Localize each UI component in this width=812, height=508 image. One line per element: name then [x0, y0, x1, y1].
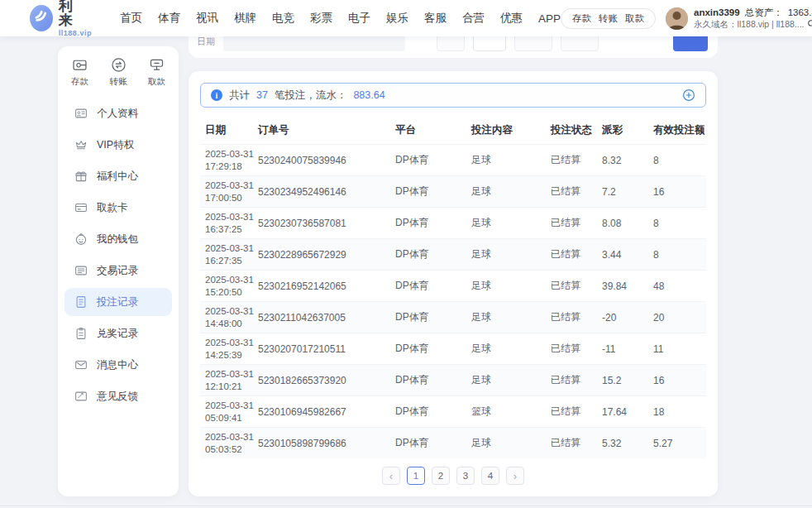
nav-item-slots[interactable]: 电子: [348, 11, 370, 26]
sidebar-item-wallet[interactable]: 我的钱包: [64, 225, 172, 253]
pill-transfer-link[interactable]: 转账: [599, 12, 618, 25]
sidebar-item-transactions[interactable]: 交易记录: [64, 256, 172, 285]
cell-status: 已结算: [551, 153, 602, 167]
cell-valid: 16: [653, 186, 706, 198]
sidebar-item-vip[interactable]: VIP特权: [64, 131, 172, 159]
nav-item-app[interactable]: APP: [538, 12, 561, 25]
cell-content: 足球: [471, 216, 551, 230]
cell-platform: DP体育: [395, 436, 471, 450]
username: anxin3399: [694, 7, 740, 18]
sidebar-item-label: 交易记录: [97, 264, 138, 278]
sidebar-item-feedback[interactable]: 意见反馈: [64, 382, 172, 410]
quick-action-withdraw[interactable]: 取款: [148, 56, 165, 88]
nav-item-promo[interactable]: 优惠: [500, 11, 523, 26]
nav-item-chess[interactable]: 棋牌: [234, 11, 256, 26]
sidebar-item-profile[interactable]: 个人资料: [64, 99, 172, 127]
search-icon[interactable]: [807, 19, 812, 29]
page-button-4[interactable]: 4: [481, 467, 499, 485]
col-platform: 平台: [395, 123, 471, 137]
cell-platform: DP体育: [395, 310, 471, 324]
sidebar-item-bet-records[interactable]: 投注记录: [64, 288, 172, 316]
quick-action-label: 转账: [110, 76, 127, 88]
sidebar-item-withdraw-card[interactable]: 取款卡: [64, 194, 172, 222]
deposit-icon: [71, 56, 88, 74]
cell-platform: DP体育: [395, 185, 471, 199]
nav-item-live-video[interactable]: 视讯: [196, 11, 218, 26]
circle-plus-icon[interactable]: [682, 89, 695, 102]
permanent-domain-line: 永久域名：ll188.vip | ll188....: [694, 19, 804, 30]
cell-order: 5230240075839946: [258, 155, 395, 166]
nav-item-entertainment[interactable]: 娱乐: [386, 11, 408, 26]
sidebar-item-welfare[interactable]: 福利中心: [64, 162, 172, 190]
next-page-button[interactable]: ›: [506, 467, 524, 485]
table-row: 2025-03-3112:10:21 5230182665373920 DP体育…: [200, 364, 706, 395]
cell-payout: 8.08: [602, 218, 653, 229]
cell-payout: 8.32: [602, 155, 653, 166]
sidebar-item-label: 消息中心: [97, 358, 138, 372]
sidebar-item-label: VIP特权: [97, 138, 134, 152]
page-button-2[interactable]: 2: [432, 467, 450, 485]
cell-payout: 7.2: [602, 186, 653, 198]
cell-content: 足球: [471, 342, 551, 356]
sidebar-item-label: 个人资料: [97, 107, 138, 121]
cell-valid: 8: [653, 155, 706, 166]
cell-order: 5230228965672929: [258, 249, 395, 261]
brand-logo[interactable]: 利 来 ll188.vip: [30, 0, 95, 37]
col-status: 投注状态: [551, 123, 602, 137]
user-panel: anxin3399 总资产： 1363.49元 永久域名：ll188.vip |…: [666, 7, 812, 30]
avatar[interactable]: [666, 7, 688, 30]
col-valid: 有效投注额: [653, 123, 706, 137]
cell-status: 已结算: [551, 436, 602, 450]
table-header: 日期 订单号 平台 投注内容 投注状态 派彩 有效投注额: [200, 116, 706, 144]
pill-withdraw-link[interactable]: 取款: [625, 12, 644, 25]
cell-content: 足球: [471, 310, 551, 324]
nav-item-service[interactable]: 客服: [424, 11, 447, 26]
cell-platform: DP体育: [395, 405, 471, 419]
cell-content: 足球: [471, 153, 551, 167]
brand-logo-icon: [30, 5, 53, 31]
nav-item-home[interactable]: 首页: [120, 11, 142, 26]
cell-date: 2025-03-3114:25:39: [205, 337, 258, 361]
brand-name: 利 来: [59, 0, 95, 27]
cell-platform: DP体育: [395, 216, 471, 230]
id-card-icon: [74, 106, 88, 121]
cell-valid: 20: [653, 312, 706, 323]
nav-item-lottery[interactable]: 彩票: [310, 11, 332, 26]
cell-order: 5230216952142065: [258, 280, 395, 292]
envelope-icon: [74, 357, 88, 372]
cell-order: 5230211042637005: [258, 312, 395, 323]
prev-page-button[interactable]: ‹: [382, 467, 400, 485]
cell-status: 已结算: [551, 310, 602, 324]
page-button-3[interactable]: 3: [456, 467, 475, 485]
cell-date: 2025-03-3117:00:50: [205, 180, 258, 204]
pill-deposit-link[interactable]: 存款: [572, 12, 591, 25]
summary-turnover: 883.64: [353, 89, 385, 101]
cell-date: 2025-03-3114:48:00: [205, 305, 258, 329]
quick-action-transfer[interactable]: 转账: [110, 56, 127, 88]
table-row: 2025-03-3114:48:00 5230211042637005 DP体育…: [200, 301, 706, 333]
cell-payout: -20: [602, 312, 653, 323]
cell-payout: 5.32: [602, 438, 653, 449]
table-row: 2025-03-3114:25:39 5230207017210511 DP体育…: [200, 333, 706, 364]
col-order: 订单号: [258, 123, 395, 137]
sidebar-item-messages[interactable]: 消息中心: [64, 351, 172, 379]
cell-date: 2025-03-3117:29:18: [205, 148, 258, 172]
cell-status: 已结算: [551, 247, 602, 261]
nav-item-esports[interactable]: 电竞: [272, 11, 294, 26]
table-row: 2025-03-3117:00:50 5230234952496146 DP体育…: [200, 175, 706, 207]
summary-bar: i 共计 37 笔投注，流水： 883.64: [200, 83, 706, 108]
page-button-1[interactable]: 1: [407, 467, 425, 485]
sidebar-item-prize-records[interactable]: 兑奖记录: [64, 319, 172, 347]
quick-action-deposit[interactable]: 存款: [71, 56, 88, 88]
nav-item-sports[interactable]: 体育: [158, 11, 180, 26]
table-row: 2025-03-3116:27:35 5230228965672929 DP体育…: [200, 238, 706, 270]
nav-item-partner[interactable]: 合营: [462, 11, 485, 26]
date-filter-label: 日期: [197, 36, 215, 51]
sidebar-item-label: 兑奖记录: [97, 327, 138, 341]
cell-status: 已结算: [551, 405, 602, 419]
cell-date: 2025-03-3115:20:50: [205, 274, 258, 298]
bet-table: 日期 订单号 平台 投注内容 投注状态 派彩 有效投注额 2025-03-311…: [200, 116, 706, 458]
cell-payout: -11: [602, 343, 653, 355]
cell-status: 已结算: [551, 185, 602, 199]
table-row: 2025-03-3105:09:41 5230106945982667 DP体育…: [200, 395, 706, 427]
